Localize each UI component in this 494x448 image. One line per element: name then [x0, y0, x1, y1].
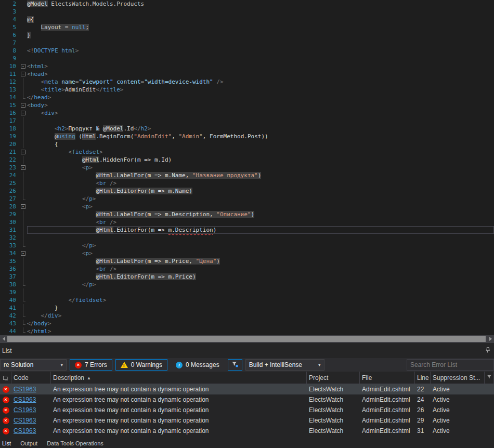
error-row[interactable]: ×CS1963An expression tree may not contai… — [0, 394, 494, 405]
error-rows: ×CS1963An expression tree may not contai… — [0, 384, 494, 439]
code-line: 12 <meta name="viewport" content="width=… — [0, 78, 494, 86]
fold-collapse-icon[interactable]: - — [21, 111, 25, 115]
error-row[interactable]: ×CS1963An expression tree may not contai… — [0, 384, 494, 394]
errors-filter-button[interactable]: × 7 Errors — [70, 359, 112, 371]
column-header-file[interactable]: File — [360, 372, 415, 384]
fold-margin — [20, 195, 27, 203]
code-line: 30 <br /> — [0, 218, 494, 226]
error-description: An expression tree may not contain a dyn… — [51, 406, 307, 414]
chevron-down-icon: ▾ — [312, 362, 321, 367]
pin-icon[interactable] — [484, 347, 491, 355]
error-code-link[interactable]: CS1963 — [14, 386, 36, 393]
fold-collapse-icon[interactable]: - — [21, 72, 25, 76]
code-line: 41 } — [0, 304, 494, 312]
scroll-right-arrow-icon[interactable] — [487, 335, 494, 342]
chevron-down-icon: ▾ — [54, 362, 63, 367]
fold-collapse-icon[interactable]: - — [21, 150, 25, 154]
warnings-filter-button[interactable]: 0 Warnings — [115, 359, 167, 371]
column-header-filter[interactable] — [485, 372, 494, 384]
fold-margin[interactable]: - — [20, 101, 27, 109]
fold-collapse-icon[interactable]: - — [21, 103, 25, 108]
column-header-project[interactable]: Project — [307, 372, 360, 384]
fold-margin[interactable]: - — [20, 109, 27, 117]
line-number: 6 — [0, 31, 20, 39]
fold-margin — [20, 218, 27, 226]
column-header-line[interactable]: Line — [415, 372, 431, 384]
error-line: 22 — [415, 386, 431, 393]
fold-margin — [20, 78, 27, 86]
tab-output[interactable]: Output — [20, 440, 37, 446]
fold-margin[interactable]: - — [20, 148, 27, 156]
code-line: 24 @Html.LabelFor(m => m.Name, "Название… — [0, 172, 494, 179]
fold-margin[interactable]: - — [20, 70, 27, 78]
code-editor[interactable]: 2@Model ElectsWatch.Models.Products34@{5… — [0, 0, 494, 335]
tab-data-tools-operations[interactable]: Data Tools Operations — [47, 440, 103, 446]
fold-margin — [20, 156, 27, 164]
line-number: 9 — [0, 55, 20, 62]
fold-collapse-icon[interactable]: - — [21, 251, 25, 256]
line-number: 28 — [0, 203, 20, 210]
messages-filter-button[interactable]: i 0 Messages — [171, 359, 225, 371]
fold-margin — [20, 296, 27, 304]
fold-margin[interactable]: - — [20, 164, 27, 172]
build-filter-dropdown[interactable]: Build + IntelliSense ▾ — [245, 359, 324, 371]
line-number: 32 — [0, 234, 20, 242]
code-line: 44</html> — [0, 327, 494, 335]
line-number: 40 — [0, 296, 20, 304]
fold-margin[interactable]: - — [20, 249, 27, 257]
line-number: 22 — [0, 156, 20, 164]
columns-filter-button[interactable] — [228, 359, 242, 371]
code-line: 42 </div> — [0, 312, 494, 320]
code-line: 5 Layout = null; — [0, 23, 494, 31]
sort-ascending-icon: ▲ — [87, 372, 91, 384]
fold-margin[interactable]: - — [20, 203, 27, 210]
column-header-code[interactable]: Code — [11, 372, 51, 384]
code-line: 9 — [0, 55, 494, 62]
error-line: 29 — [415, 417, 431, 424]
code-line: 13 <title>AdminEdit</title> — [0, 86, 494, 94]
column-header-suppression[interactable]: Suppression St... — [431, 372, 485, 384]
fold-collapse-icon[interactable]: - — [21, 64, 25, 69]
error-row[interactable]: ×CS1963An expression tree may not contai… — [0, 415, 494, 426]
fold-collapse-icon[interactable]: - — [21, 165, 25, 170]
fold-margin[interactable]: - — [20, 62, 27, 70]
error-code-link[interactable]: CS1963 — [14, 406, 36, 414]
error-row[interactable]: ×CS1963An expression tree may not contai… — [0, 426, 494, 436]
line-number: 4 — [0, 16, 20, 23]
fold-margin — [20, 273, 27, 281]
code-line: 36 <br /> — [0, 265, 494, 273]
error-description: An expression tree may not contain a dyn… — [51, 427, 307, 434]
error-file: AdminEdit.cshtml — [360, 417, 415, 424]
error-row[interactable]: ×CS1963An expression tree may not contai… — [0, 405, 494, 415]
error-code-link[interactable]: CS1963 — [14, 427, 36, 434]
horizontal-scrollbar[interactable] — [0, 335, 494, 342]
scrollbar-thumb[interactable] — [7, 336, 486, 342]
line-number: 23 — [0, 164, 20, 172]
line-number: 18 — [0, 125, 20, 133]
line-number: 8 — [0, 47, 20, 55]
error-code-link[interactable]: CS1963 — [14, 417, 36, 424]
scope-filter-dropdown[interactable]: re Solution ▾ — [0, 359, 67, 371]
column-header-description[interactable]: Description ▲ — [51, 372, 307, 384]
search-error-list-input[interactable] — [407, 361, 493, 368]
code-line: 35 @Html.LabelFor(m => m.Price, "Цена") — [0, 257, 494, 265]
code-line: 6} — [0, 31, 494, 39]
error-project: ElectsWatch — [307, 396, 360, 403]
tab-error-list[interactable]: List — [2, 440, 11, 446]
code-line: 11-<head> — [0, 70, 494, 78]
fold-margin — [20, 257, 27, 265]
bottom-panel-tabs: List Output Data Tools Operations — [0, 439, 494, 448]
error-code-link[interactable]: CS1963 — [14, 396, 36, 403]
error-file: AdminEdit.cshtml — [360, 427, 415, 434]
error-icon: × — [3, 428, 9, 434]
error-line: 24 — [415, 396, 431, 403]
error-project: ElectsWatch — [307, 417, 360, 424]
fold-collapse-icon[interactable]: - — [21, 204, 25, 209]
line-number: 3 — [0, 8, 20, 16]
errors-filter-label: 7 Errors — [85, 361, 107, 368]
fold-margin — [20, 210, 27, 218]
column-header-severity[interactable] — [0, 372, 11, 384]
error-icon: × — [3, 417, 9, 424]
error-line: 31 — [415, 427, 431, 434]
scroll-left-arrow-icon[interactable] — [0, 335, 7, 342]
